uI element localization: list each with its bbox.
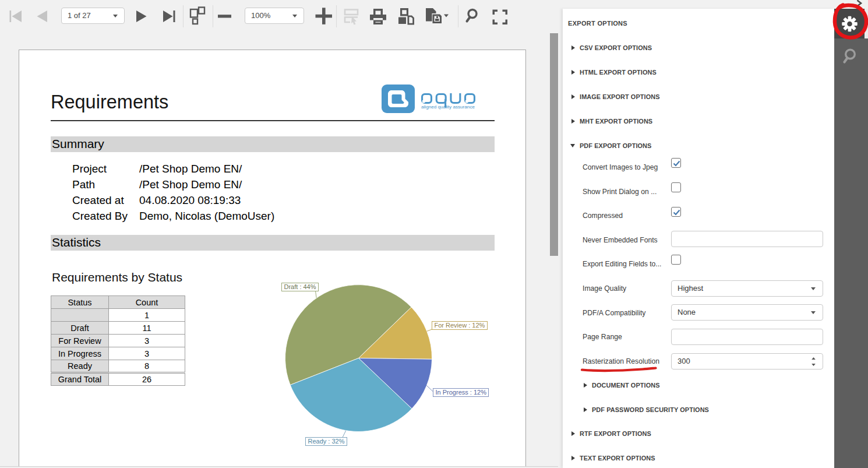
svg-text:aligned quality assurance: aligned quality assurance [421,105,475,110]
